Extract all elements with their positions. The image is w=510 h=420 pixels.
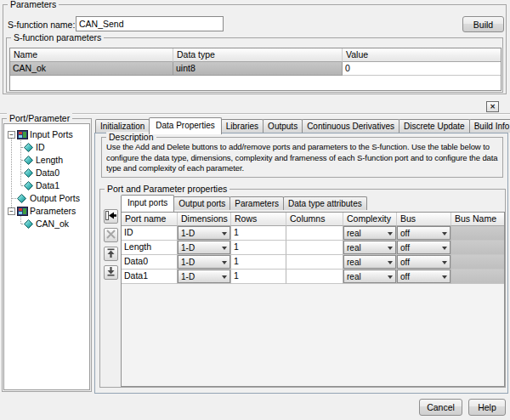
col-rows[interactable]: Rows [231, 213, 286, 226]
columns-cell[interactable] [286, 241, 343, 255]
param-col-datatype[interactable]: Data type [173, 48, 343, 62]
port-parameter-tree[interactable]: − Input Ports ID Length Data0 Da [3, 123, 90, 390]
dimensions-dropdown[interactable]: 1-D [178, 241, 231, 255]
rows-cell[interactable]: 1 [231, 255, 286, 270]
port-diamond-icon [24, 181, 33, 192]
tree-node-label: Output Ports [30, 193, 80, 203]
tree-node-length[interactable]: Length [4, 154, 89, 167]
tree-node-label: Input Ports [30, 129, 73, 139]
dimensions-dropdown[interactable]: 1-D [178, 255, 231, 270]
collapse-expander-icon[interactable]: − [8, 131, 15, 139]
dropdown-arrow-icon [222, 275, 227, 279]
bus-name-cell [451, 241, 504, 255]
parameters-group-title: Parameters [8, 0, 59, 9]
col-port-name[interactable]: Port name [122, 213, 178, 226]
port-parameter-group-title: Port/Parameter [7, 113, 72, 123]
move-up-button[interactable] [104, 247, 118, 261]
port-diamond-icon [24, 143, 33, 154]
sfunction-parameters-group: S-function parameters Name Data type Val… [6, 37, 503, 93]
dropdown-value: real [347, 228, 361, 239]
description-group: Description Use the Add and Delete butto… [101, 137, 503, 178]
help-button[interactable]: Help [468, 399, 506, 416]
dimensions-dropdown[interactable]: 1-D [178, 226, 231, 241]
tab-data-type-attributes[interactable]: Data type attributes [283, 196, 367, 210]
cancel-button[interactable]: Cancel [419, 399, 462, 416]
dropdown-arrow-icon [442, 232, 447, 236]
rows-cell[interactable]: 1 [231, 270, 286, 284]
param-value-cell[interactable]: 0 [343, 62, 501, 76]
tab-output-ports[interactable]: Output ports [173, 196, 230, 210]
port-diamond-icon [24, 168, 33, 179]
param-col-name[interactable]: Name [10, 48, 173, 62]
bus-dropdown[interactable]: off [397, 241, 451, 255]
port-diamond-icon [24, 156, 33, 167]
tab-input-ports[interactable]: Input ports [121, 195, 174, 212]
description-line: type and complexity of each parameter. [106, 163, 500, 174]
tab-discrete-update[interactable]: Discrete Update [399, 119, 470, 133]
ports-folder-icon [17, 207, 28, 218]
tab-build-info[interactable]: Build Info [469, 119, 510, 133]
bus-dropdown[interactable]: off [397, 255, 451, 270]
build-button[interactable]: Build [462, 16, 504, 32]
dropdown-arrow-icon [442, 275, 447, 279]
param-col-value[interactable]: Value [343, 48, 501, 62]
complexity-dropdown[interactable]: real [343, 255, 397, 270]
sfunction-parameters-table: Name Data type Value CAN_ok uint8 0 [9, 48, 502, 91]
close-icon[interactable]: ✕ [486, 101, 499, 112]
port-name-cell[interactable]: Length [122, 241, 178, 255]
move-down-button[interactable] [104, 265, 118, 280]
tab-outputs[interactable]: Outputs [263, 119, 303, 133]
param-datatype-cell[interactable]: uint8 [173, 62, 343, 76]
dropdown-arrow-icon [442, 247, 447, 250]
tree-node-can-ok[interactable]: CAN_ok [4, 218, 89, 230]
add-port-button[interactable] [104, 209, 118, 224]
port-name-cell[interactable]: ID [122, 226, 178, 241]
tree-node-data1[interactable]: Data1 [4, 179, 89, 192]
tab-libraries[interactable]: Libraries [221, 119, 264, 133]
tab-initialization[interactable]: Initialization [95, 119, 150, 133]
dropdown-arrow-icon [388, 275, 393, 279]
move-down-icon [105, 266, 116, 279]
collapse-expander-icon[interactable]: − [8, 207, 15, 215]
complexity-dropdown[interactable]: real [343, 270, 397, 284]
complexity-dropdown[interactable]: real [343, 241, 397, 255]
col-columns[interactable]: Columns [286, 213, 343, 226]
tree-node-data0[interactable]: Data0 [4, 167, 89, 179]
bus-dropdown[interactable]: off [397, 226, 451, 241]
dimensions-dropdown[interactable]: 1-D [178, 270, 231, 284]
col-complexity[interactable]: Complexity [343, 213, 397, 226]
rows-cell[interactable]: 1 [231, 226, 286, 241]
tab-data-properties[interactable]: Data Properties [149, 117, 221, 134]
col-bus[interactable]: Bus [397, 213, 451, 226]
tree-node-parameters[interactable]: − Parameters [4, 205, 89, 218]
rows-cell[interactable]: 1 [231, 241, 286, 255]
dropdown-value: off [400, 242, 410, 253]
param-name-cell[interactable]: CAN_ok [10, 62, 173, 76]
tab-continuous-derivatives[interactable]: Continuous Derivatives [302, 119, 400, 133]
bus-dropdown[interactable]: off [397, 270, 451, 284]
port-name-cell[interactable]: Data1 [122, 270, 178, 284]
columns-cell[interactable] [286, 270, 343, 284]
columns-cell[interactable] [286, 226, 343, 241]
delete-port-button[interactable] [104, 228, 118, 242]
tree-node-label: Data0 [36, 167, 60, 178]
tree-node-id[interactable]: ID [4, 141, 89, 154]
tree-node-label: Length [36, 155, 63, 165]
tab-parameters[interactable]: Parameters [230, 196, 284, 210]
complexity-dropdown[interactable]: real [343, 226, 397, 241]
port-name-cell[interactable]: Data0 [122, 255, 178, 270]
move-up-icon [105, 247, 116, 260]
table-header-row: Port name Dimensions Rows Columns Comple… [122, 213, 504, 226]
tree-node-input-ports[interactable]: − Input Ports [4, 128, 89, 141]
param-table-row-selected[interactable]: CAN_ok uint8 0 [10, 62, 501, 76]
description-text: Use the Add and Delete buttons to add/re… [106, 142, 500, 175]
sfunction-name-input[interactable] [76, 16, 224, 31]
dropdown-value: off [400, 257, 410, 268]
columns-cell[interactable] [286, 255, 343, 270]
dropdown-value: 1-D [181, 242, 195, 253]
col-bus-name[interactable]: Bus Name [451, 213, 504, 226]
dropdown-value: 1-D [181, 257, 195, 268]
param-table-header-row: Name Data type Value [10, 48, 501, 62]
col-dimensions[interactable]: Dimensions [178, 213, 231, 226]
tree-node-output-ports[interactable]: Output Ports [4, 192, 89, 205]
